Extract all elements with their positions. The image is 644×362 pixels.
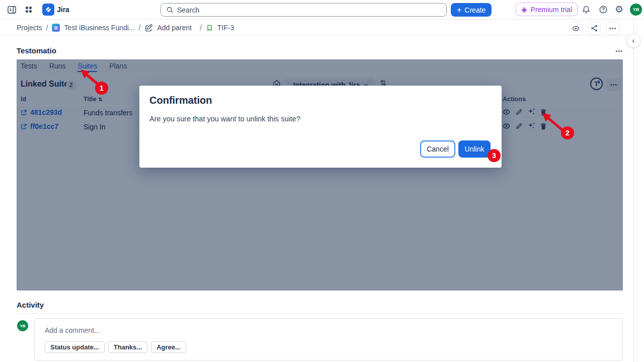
sidebar-toggle-icon[interactable] <box>7 5 17 15</box>
collapse-panel-chevron-icon[interactable]: ‹ <box>626 34 640 48</box>
jira-logo[interactable] <box>42 4 54 16</box>
search-icon <box>166 6 174 14</box>
notifications-bell-icon[interactable] <box>582 5 591 14</box>
help-icon[interactable] <box>599 5 608 14</box>
premium-diamond-icon: ◈ <box>521 5 527 14</box>
right-rail-divider <box>633 20 634 362</box>
quick-reply-status-update[interactable]: Status update... <box>45 341 105 353</box>
testomatio-widget: Tests Runs Suites Plans Linked Suites 2 … <box>17 59 623 291</box>
modal-message: Are you sure that you want to unlink thi… <box>149 115 300 123</box>
breadcrumb-project-name[interactable]: Test iBusiness Fundi... <box>64 24 134 32</box>
quick-reply-agree[interactable]: Agree... <box>151 341 186 353</box>
comment-placeholder: Add a comment... <box>45 326 100 334</box>
unlink-button[interactable]: Unlink <box>458 140 491 158</box>
search-bar[interactable] <box>160 3 447 17</box>
settings-gear-icon[interactable]: ⚙ <box>615 5 623 14</box>
cancel-button[interactable]: Cancel <box>420 140 455 158</box>
breadcrumb-add-parent[interactable]: Add parent <box>157 24 192 32</box>
edit-icon <box>144 24 153 32</box>
comment-box[interactable]: Add a comment... Status update... Thanks… <box>34 318 623 360</box>
widget-title: Testomatio <box>17 46 56 55</box>
confirmation-modal: Confirmation Are you sure that you want … <box>139 86 502 168</box>
create-button[interactable]: + Create <box>451 3 492 17</box>
quick-reply-thanks[interactable]: Thanks... <box>108 341 147 353</box>
widget-more-icon[interactable]: ••• <box>615 48 623 54</box>
modal-title: Confirmation <box>149 95 212 106</box>
watch-icon[interactable] <box>569 22 582 35</box>
activity-title: Activity <box>17 301 44 309</box>
breadcrumb: Projects / Test iBusiness Fundi... / Add… <box>0 20 633 36</box>
project-avatar-icon <box>52 24 60 32</box>
search-input[interactable] <box>177 6 441 14</box>
share-icon[interactable] <box>588 22 601 35</box>
user-avatar[interactable]: YB <box>630 4 642 16</box>
story-bookmark-icon <box>206 24 213 32</box>
top-navigation-bar: Jira + Create ◈ Premium trial <box>0 0 644 20</box>
premium-trial-button[interactable]: ◈ Premium trial <box>516 3 578 16</box>
breadcrumb-issue-key[interactable]: TIF-3 <box>217 24 234 32</box>
breadcrumb-projects[interactable]: Projects <box>17 24 42 32</box>
comment-avatar: YB <box>17 320 28 331</box>
plus-icon: + <box>457 6 461 14</box>
jira-issue-page: Jira + Create ◈ Premium trial <box>0 0 644 362</box>
app-switcher-icon[interactable] <box>24 5 33 14</box>
app-name: Jira <box>57 6 69 14</box>
breadcrumb-more-icon[interactable]: ••• <box>606 22 619 35</box>
